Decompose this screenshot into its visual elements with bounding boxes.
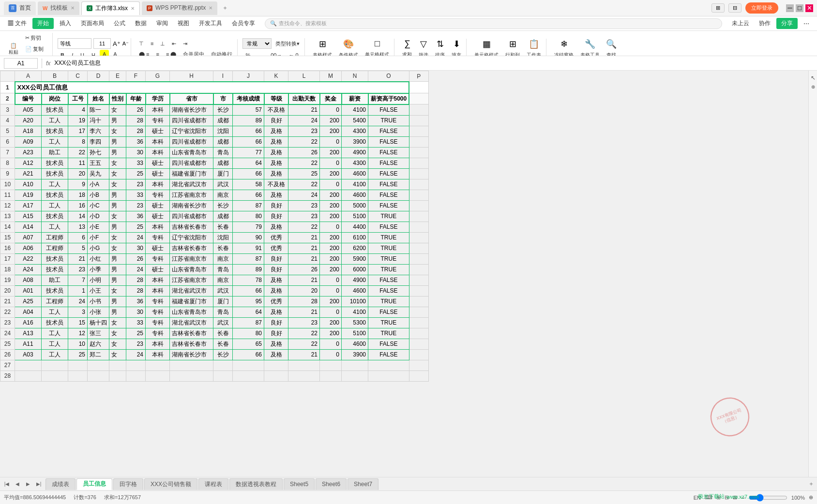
cell-f5[interactable]: 28 [126,126,146,136]
cell-b12[interactable]: 工人 [42,200,68,211]
cell-e21[interactable]: 男 [109,296,126,307]
cell-empty-27-3[interactable] [88,360,109,371]
cell-k12[interactable]: 良好 [264,200,288,211]
cell-e15[interactable]: 女 [109,232,126,243]
cell-b19[interactable]: 助工 [42,275,68,285]
cell-a22[interactable]: A04 [15,307,42,317]
thousands-btn[interactable]: ， [254,50,265,56]
cell-g17[interactable]: 专科 [146,253,170,264]
cell-c4[interactable]: 19 [68,115,88,126]
cell-k22[interactable]: 及格 [264,307,288,317]
cell-j6[interactable]: 66 [233,136,264,147]
cell-c12[interactable]: 16 [68,200,88,211]
cell-a5[interactable]: A18 [15,126,42,136]
italic-btn[interactable]: I [69,51,76,57]
cell-o15[interactable]: TRUE [368,232,409,243]
border-btn[interactable]: H [89,51,98,57]
cell-p16[interactable] [409,243,428,253]
cell-d5[interactable]: 李六 [88,126,109,136]
cell-j18[interactable]: 89 [233,264,264,275]
cell-n12[interactable]: 5000 [342,200,368,211]
cell-b9[interactable]: 技术员 [42,168,68,179]
cell-d26[interactable]: 郑二 [88,349,109,360]
close-button[interactable]: ✕ [805,4,813,12]
cell-f20[interactable]: 28 [126,285,146,296]
cell-b8[interactable]: 技术员 [42,158,68,168]
cell-e4[interactable]: 男 [109,115,126,126]
cell-i18[interactable]: 青岛 [213,264,233,275]
cell-m25[interactable]: 0 [320,339,342,349]
cell-k13[interactable]: 良好 [264,211,288,222]
cell-b4[interactable]: 工人 [42,115,68,126]
cell-n9[interactable]: 4600 [342,168,368,179]
cell-c20[interactable]: 1 [68,285,88,296]
cell-j9[interactable]: 66 [233,168,264,179]
cell-g19[interactable]: 本科 [146,275,170,285]
tab-xlsx-close[interactable]: ✕ [131,6,135,11]
cell-h19[interactable]: 江苏省南京市 [170,275,213,285]
cell-reference-input[interactable] [4,58,38,69]
cell-o11[interactable]: FALSE [368,190,409,200]
zoom-in-btn[interactable]: ⊕ [809,494,813,501]
cell-a15[interactable]: A07 [15,232,42,243]
cell-p15[interactable] [409,232,428,243]
cell-n24[interactable]: 5100 [342,328,368,339]
cell-f19[interactable]: 28 [126,275,146,285]
header-chiqin[interactable]: 出勤天数 [288,93,320,104]
header-xinzi[interactable]: 薪资 [342,93,368,104]
cell-empty-28-6[interactable] [146,371,170,381]
cell-g15[interactable]: 专科 [146,232,170,243]
cell-g24[interactable]: 专科 [146,328,170,339]
cell-d15[interactable]: 小F [88,232,109,243]
cell-i16[interactable]: 长春 [213,243,233,253]
cell-f22[interactable]: 30 [126,307,146,317]
cell-empty-27-12[interactable] [320,360,342,371]
cell-empty-28-15[interactable] [409,371,428,381]
cell-l5[interactable]: 23 [288,126,320,136]
cell-b14[interactable]: 工人 [42,222,68,232]
align-right-btn[interactable]: ≡ ⬤ [163,49,179,57]
header-shengshi[interactable]: 省市 [170,93,213,104]
table-tool-btn[interactable]: 表格工具 [577,50,603,57]
cell-k26[interactable]: 及格 [264,349,288,360]
cell-n11[interactable]: 4600 [342,190,368,200]
cell-f10[interactable]: 23 [126,179,146,190]
sum-btn[interactable]: 求和 [399,50,415,56]
cell-d22[interactable]: 小张 [88,307,109,317]
cell-a24[interactable]: A13 [15,328,42,339]
cell-i23[interactable]: 武汉 [213,317,233,328]
cell-d20[interactable]: 小王 [88,285,109,296]
tab-pptx[interactable]: P WPS PPT教程.pptx ✕ [142,1,217,15]
cell-n16[interactable]: 6200 [342,243,368,253]
cell-h17[interactable]: 江苏省南京市 [170,253,213,264]
cell-l22[interactable]: 21 [288,307,320,317]
cell-g6[interactable]: 本科 [146,136,170,147]
cell-g22[interactable]: 专科 [146,307,170,317]
cell-h7[interactable]: 山东省青岛市 [170,147,213,158]
cell-k5[interactable]: 及格 [264,126,288,136]
cell-j24[interactable]: 80 [233,328,264,339]
cell-e5[interactable]: 女 [109,126,126,136]
col-p-header[interactable]: P [409,71,428,82]
cell-f16[interactable]: 30 [126,243,146,253]
cell-i11[interactable]: 南京 [213,190,233,200]
copy-btn[interactable]: 📄 复制 [22,44,50,54]
cell-empty-28-3[interactable] [88,371,109,381]
cell-f14[interactable]: 25 [126,222,146,232]
cell-f9[interactable]: 25 [126,168,146,179]
formula-input[interactable] [52,58,813,69]
col-h-header[interactable]: H [170,71,213,82]
sheet-tab-tian[interactable]: 田字格 [113,478,143,490]
sheet-tab-sheet6[interactable]: Sheet6 [316,478,347,490]
cell-e23[interactable]: 女 [109,317,126,328]
cell-p22[interactable] [409,307,428,317]
col-d-header[interactable]: D [88,71,109,82]
cell-k3[interactable]: 不及格 [264,104,288,116]
cell-k17[interactable]: 良好 [264,253,288,264]
cell-empty-27-6[interactable] [146,360,170,371]
cell-p14[interactable] [409,222,428,232]
sheet-tab-chengji[interactable]: 成绩表 [45,478,76,490]
cell-j25[interactable]: 65 [233,339,264,349]
cell-l3[interactable]: 21 [288,104,320,116]
cell-d21[interactable]: 小书 [88,296,109,307]
